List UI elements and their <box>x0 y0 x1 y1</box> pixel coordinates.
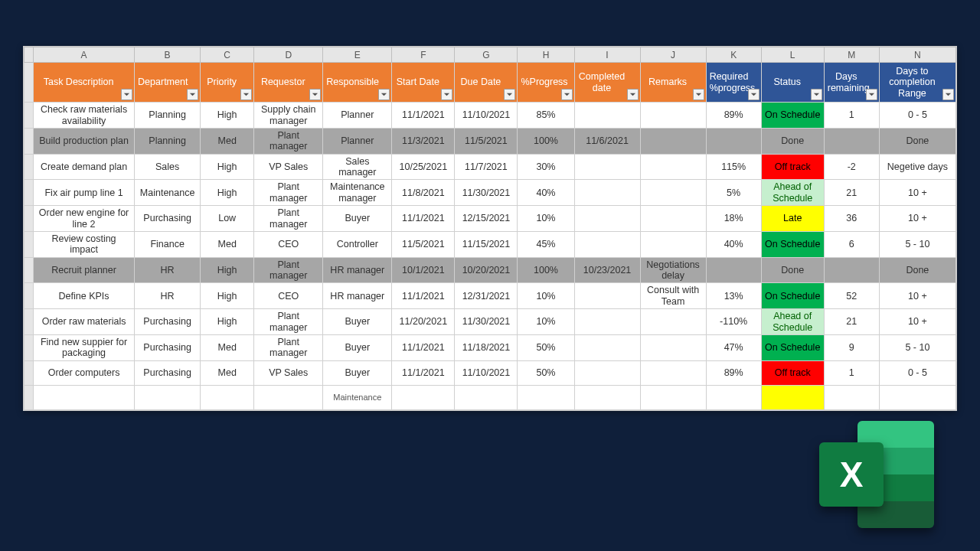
header-cell[interactable]: %Progress <box>518 63 574 103</box>
cell[interactable]: 10% <box>518 283 574 309</box>
cell[interactable]: Buyer <box>323 334 392 360</box>
cell[interactable] <box>574 103 640 129</box>
cell[interactable] <box>574 231 640 257</box>
table-row[interactable]: Recruit plannerHRHighPlant managerHR man… <box>24 257 956 283</box>
cell[interactable]: -2 <box>824 154 879 180</box>
cell[interactable]: 5% <box>706 180 761 206</box>
cell[interactable] <box>640 360 706 385</box>
header-cell[interactable]: Status <box>761 63 824 103</box>
cell[interactable]: 12/31/2021 <box>455 283 518 309</box>
column-header-K[interactable]: K <box>706 47 761 63</box>
cell[interactable]: On Schedule <box>761 231 824 257</box>
column-header-N[interactable]: N <box>879 47 956 63</box>
cell[interactable]: 10/1/2021 <box>392 257 455 283</box>
cell[interactable]: Find new suppier for packaging <box>34 334 135 360</box>
cell[interactable]: Done <box>879 257 956 283</box>
cell[interactable]: 115% <box>706 154 761 180</box>
filter-dropdown-icon[interactable] <box>309 89 321 100</box>
cell[interactable] <box>574 360 640 385</box>
cell[interactable]: 11/7/2021 <box>455 154 518 180</box>
cell[interactable]: Buyer <box>323 309 392 335</box>
cell[interactable]: 36 <box>824 206 879 232</box>
cell[interactable] <box>640 103 706 129</box>
cell[interactable]: Supply chain manager <box>254 103 323 129</box>
cell[interactable]: 40% <box>706 231 761 257</box>
cell[interactable]: 10% <box>518 309 574 335</box>
cell[interactable] <box>640 154 706 180</box>
cell[interactable]: Plant manager <box>254 206 323 232</box>
cell[interactable]: Finance <box>135 231 201 257</box>
cell[interactable]: 11/1/2021 <box>392 334 455 360</box>
cell[interactable] <box>640 309 706 335</box>
cell[interactable]: 11/3/2021 <box>392 128 455 154</box>
cell[interactable] <box>574 334 640 360</box>
cell[interactable] <box>574 154 640 180</box>
column-header-F[interactable]: F <box>392 47 455 63</box>
column-header-B[interactable]: B <box>135 47 201 63</box>
column-header-D[interactable]: D <box>254 47 323 63</box>
cell[interactable]: Plant manager <box>254 128 323 154</box>
cell[interactable] <box>824 128 879 154</box>
cell[interactable]: 6 <box>824 231 879 257</box>
table-row[interactable]: Build production planPlanningMedPlant ma… <box>24 128 956 154</box>
cell[interactable]: -110% <box>706 309 761 335</box>
table-row[interactable]: Order raw materialsPurchasingHighPlant m… <box>24 309 956 335</box>
header-cell[interactable]: Start Date <box>392 63 455 103</box>
cell[interactable]: 11/10/2021 <box>455 360 518 385</box>
table-row[interactable]: Review costing impactFinanceMedCEOContro… <box>24 231 956 257</box>
cell[interactable]: Plant manager <box>254 180 323 206</box>
header-cell[interactable]: Requestor <box>254 63 323 103</box>
cell[interactable]: CEO <box>254 231 323 257</box>
cell[interactable]: Controller <box>323 231 392 257</box>
cell[interactable]: 52 <box>824 283 879 309</box>
cell[interactable] <box>574 180 640 206</box>
header-cell[interactable]: Days remaining <box>824 63 879 103</box>
table-row[interactable]: Find new suppier for packagingPurchasing… <box>24 334 956 360</box>
cell[interactable]: 100% <box>518 128 574 154</box>
header-cell[interactable]: Remarks <box>640 63 706 103</box>
row-gutter[interactable] <box>24 103 34 129</box>
cell[interactable]: Consult with Team <box>640 283 706 309</box>
cell[interactable]: 11/30/2021 <box>455 309 518 335</box>
cell[interactable]: HR manager <box>323 283 392 309</box>
cell[interactable]: Done <box>879 128 956 154</box>
row-gutter[interactable] <box>24 309 34 335</box>
cell[interactable]: 5 - 10 <box>879 334 956 360</box>
column-header-I[interactable]: I <box>574 47 640 63</box>
cell[interactable]: Med <box>201 360 254 385</box>
cell[interactable]: Sales <box>135 154 201 180</box>
cell[interactable]: 10/20/2021 <box>455 257 518 283</box>
cell[interactable] <box>640 206 706 232</box>
header-cell[interactable]: Responsible <box>323 63 392 103</box>
cell[interactable] <box>640 128 706 154</box>
cell[interactable] <box>706 257 761 283</box>
cell[interactable]: 11/1/2021 <box>392 360 455 385</box>
header-cell[interactable]: Task Description <box>34 63 135 103</box>
cell[interactable]: 40% <box>518 180 574 206</box>
column-header-A[interactable]: A <box>34 47 135 63</box>
cell[interactable]: Order raw materials <box>34 309 135 335</box>
filter-dropdown-icon[interactable] <box>240 89 252 100</box>
column-header-E[interactable]: E <box>323 47 392 63</box>
cell[interactable]: Done <box>761 257 824 283</box>
row-gutter[interactable] <box>24 283 34 309</box>
cell[interactable]: High <box>201 154 254 180</box>
cell[interactable]: 9 <box>824 334 879 360</box>
table-row[interactable]: Check raw materials availabilityPlanning… <box>24 103 956 129</box>
row-gutter[interactable] <box>24 63 34 103</box>
cell[interactable]: 1 <box>824 103 879 129</box>
cell[interactable]: 21 <box>824 309 879 335</box>
cell[interactable]: 50% <box>518 334 574 360</box>
column-header-L[interactable]: L <box>761 47 824 63</box>
cell[interactable]: Purchasing <box>135 309 201 335</box>
cell[interactable]: Off track <box>761 360 824 385</box>
select-all-corner[interactable] <box>24 47 34 63</box>
table-row[interactable]: Order computersPurchasingMedVP SalesBuye… <box>24 360 956 385</box>
filter-dropdown-icon[interactable] <box>866 89 877 100</box>
row-gutter[interactable] <box>24 231 34 257</box>
filter-dropdown-icon[interactable] <box>121 89 132 100</box>
cell[interactable]: 10/25/2021 <box>392 154 455 180</box>
cell[interactable]: Maintenance <box>135 180 201 206</box>
row-gutter[interactable] <box>24 334 34 360</box>
cell[interactable]: 0 - 5 <box>879 103 956 129</box>
